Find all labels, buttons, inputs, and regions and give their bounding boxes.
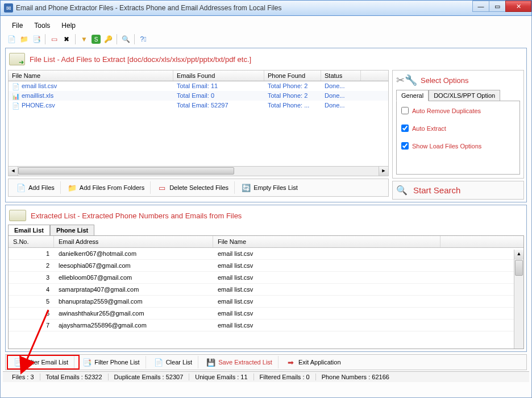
file-actions: 📄Add Files 📁Add Files From Folders ▭Dele… [8,179,389,197]
chk-show-load[interactable]: Show Load Files Options [401,142,515,150]
delete-selected-button[interactable]: ▭Delete Selected Files [152,181,235,194]
filter-phone-button[interactable]: 📑Filter Phone List [77,356,146,368]
col-email[interactable]: Email Address [54,236,213,247]
menu-tools[interactable]: Tools [30,20,55,31]
v-scrollbar[interactable]: ▲ [514,250,523,349]
tab-phone-list[interactable]: Phone List [50,225,94,236]
delete-row-icon[interactable]: ▭ [49,34,59,44]
chk-auto-remove[interactable]: Auto Remove Duplicates [401,107,515,114]
exit-button[interactable]: ➡Exit Application [281,356,347,368]
skype-icon[interactable]: S [92,35,101,44]
add-folder-icon[interactable]: 📁 [19,34,29,44]
doc-icon: 📄 [12,83,20,90]
statusbar: Files : 3 Total Emails : 52322 Duplicate… [3,371,529,382]
filter-email-icon: 📑 [14,358,23,367]
scroll-thumb[interactable] [18,167,234,175]
col-result-fname[interactable]: File Name [213,236,440,247]
app-icon: ✉ [4,3,13,13]
status-filtered: Filtered Emails : 0 [254,374,316,380]
status-phones: Phone Numbers : 62166 [316,374,395,380]
filter-icon[interactable]: ▼ [79,34,89,44]
close-button[interactable]: ✕ [505,1,531,12]
tab-email-list[interactable]: Email List [8,225,50,236]
clear-list-icon: 📄 [154,358,163,367]
xls-icon: 📊 [12,93,20,100]
scroll-left-arrow[interactable]: ◄ [9,167,18,176]
menu-help[interactable]: Help [57,20,80,31]
doc-icon: 📄 [12,102,20,109]
col-phones-found[interactable]: Phone Found [264,71,321,81]
clear-list-button[interactable]: 📄Clear List [148,356,198,368]
clear-icon[interactable]: ✖ [61,34,72,44]
options-panel: ✂🔧 Select Options General DOC/XLS/PPT Op… [392,70,524,179]
col-sno[interactable]: S.No. [9,236,54,247]
status-unique: Unique Emails : 11 [189,374,253,380]
col-emails-found[interactable]: Emails Found [173,71,264,81]
v-scroll-thumb[interactable] [515,260,523,276]
h-scrollbar[interactable]: ◄ ► [8,167,389,176]
add-file-icon[interactable]: 📄 [6,34,16,44]
result-body[interactable]: 1danielkerr067@hotmail.comemail list.csv… [9,248,523,331]
file-list-title: File List - Add Files to Extract [doc/do… [30,55,251,64]
file-grid-header: File Name Emails Found Phone Found Statu… [8,70,389,81]
copy-icon[interactable]: 📑 [31,34,41,44]
options-title: Select Options [421,76,469,85]
exit-icon: ➡ [286,358,296,367]
file-row[interactable]: 📄email list.csv Total Email: 11 Total Ph… [9,81,388,91]
envelope-arrow-icon [9,53,25,65]
tools-icon: ✂🔧 [396,74,417,86]
add-files-button[interactable]: 📄Add Files [11,181,61,194]
result-row[interactable]: 3elliebloom067@gmail.comemail list.csv [9,272,523,284]
titlebar: ✉ Email and Phone Extractor Files - Extr… [0,0,532,16]
result-row[interactable]: 7ajaysharma255896@gmail.comemail list.cs… [9,320,523,331]
filter-email-button[interactable]: 📑Filter Email List [8,356,74,368]
extracted-title: Extracted List - Extracted Phone Numbers… [31,212,242,220]
file-row[interactable]: 📄PHONE.csv Total Email: 52297 Total Phon… [9,101,388,110]
add-folders-button[interactable]: 📁Add Files From Folders [62,181,151,194]
help-icon[interactable]: ?⃝ [138,34,148,44]
scroll-up-arrow[interactable]: ▲ [514,250,523,259]
status-files: Files : 3 [6,374,40,380]
delete-icon: ▭ [157,183,167,192]
file-list-panel: File List - Add Files to Extract [doc/do… [5,48,527,202]
minimize-button[interactable]: — [472,1,489,12]
result-row[interactable]: 5bhanupratap2559@gmail.comemail list.csv [9,296,523,308]
chk-auto-extract[interactable]: Auto Extract [401,125,515,132]
chk-show-load-input[interactable] [401,142,409,150]
start-search-button[interactable]: 🔍 Start Search [392,181,524,200]
tab-doc-option[interactable]: DOC/XLS/PPT Option [429,90,500,101]
tab-general[interactable]: General [396,90,429,101]
empty-list-button[interactable]: 🔄Empty Files List [236,181,304,194]
folder-icon: 📁 [68,183,77,192]
file-grid-body[interactable]: 📄email list.csv Total Email: 11 Total Ph… [8,81,389,167]
chk-auto-remove-input[interactable] [401,107,409,114]
result-row[interactable]: 6awinashthakur265@gmail.comemail list.cs… [9,308,523,320]
add-file-icon: 📄 [16,183,26,192]
result-row[interactable]: 2leesophia067@gmail.comemail list.csv [9,260,523,272]
scroll-right-arrow[interactable]: ► [379,167,388,176]
toolbar: 📄 📁 📑 ▭ ✖ ▼ S 🔑 🔍 ?⃝ [3,33,529,48]
result-row[interactable]: 1danielkerr067@hotmail.comemail list.csv [9,248,523,260]
envelope-icon [9,210,26,221]
key-icon[interactable]: 🔑 [103,34,113,44]
menu-file[interactable]: File [7,20,27,31]
chk-auto-extract-input[interactable] [401,125,409,132]
maximize-button[interactable]: ▭ [489,1,506,12]
file-row[interactable]: 📊emaillist.xls Total Email: 0 Total Phon… [9,91,388,101]
menubar: File Tools Help [3,18,529,33]
save-icon: 💾 [206,358,215,367]
col-file-name[interactable]: File Name [9,71,173,81]
extracted-panel: Extracted List - Extracted Phone Numbers… [5,205,527,352]
filter-phone-icon: 📑 [82,358,92,367]
save-extracted-button[interactable]: 💾Save Extracted List [201,356,279,368]
search-icon[interactable]: 🔍 [120,34,131,44]
bottom-toolbar: 📑Filter Email List 📑Filter Phone List 📄C… [5,354,527,370]
status-total: Total Emails : 52322 [40,374,109,380]
status-dup: Duplicate Emails : 52307 [109,374,190,380]
empty-icon: 🔄 [242,183,251,192]
col-status[interactable]: Status [321,71,361,81]
result-grid: S.No. Email Address File Name 1danielker… [8,235,524,349]
result-row[interactable]: 4samarpratap407@gmail.comemail list.csv [9,284,523,296]
window-title: Email and Phone Extractor Files - Extrac… [16,4,282,12]
magnify-icon: 🔍 [396,185,408,196]
